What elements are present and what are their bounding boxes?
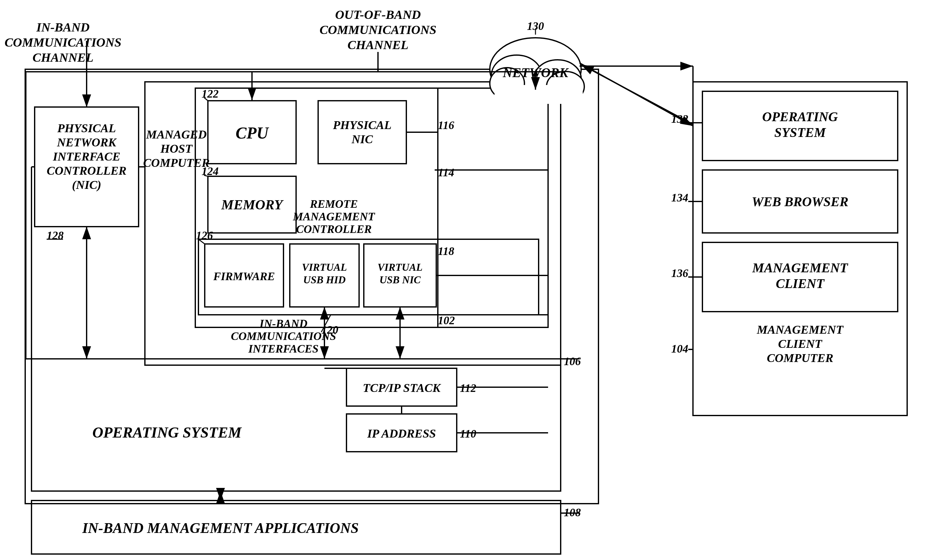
svg-text:TCP/IP STACK: TCP/IP STACK xyxy=(363,381,441,395)
svg-text:NIC: NIC xyxy=(351,132,373,146)
svg-text:IN-BAND MANAGEMENT APPLICATION: IN-BAND MANAGEMENT APPLICATIONS xyxy=(82,520,359,536)
svg-text:CHANNEL: CHANNEL xyxy=(347,38,408,52)
svg-text:136: 136 xyxy=(671,267,688,279)
svg-text:USB NIC: USB NIC xyxy=(379,274,421,285)
svg-text:MANAGEMENT: MANAGEMENT xyxy=(752,261,849,275)
svg-text:USB HID: USB HID xyxy=(303,274,346,285)
svg-text:INTERFACE: INTERFACE xyxy=(53,150,120,163)
svg-text:OUT-OF-BAND: OUT-OF-BAND xyxy=(335,8,421,22)
svg-text:COMPUTER: COMPUTER xyxy=(767,351,833,364)
svg-text:HOST: HOST xyxy=(160,142,193,155)
svg-text:106: 106 xyxy=(564,355,581,368)
svg-text:116: 116 xyxy=(438,119,454,132)
diagram: PHYSICAL NETWORK INTERFACE CONTROLLER (N… xyxy=(0,0,927,560)
svg-text:CONTROLLER: CONTROLLER xyxy=(296,223,372,235)
svg-text:128: 128 xyxy=(47,229,64,242)
svg-text:COMMUNICATIONS: COMMUNICATIONS xyxy=(5,35,121,49)
svg-text:VIRTUAL: VIRTUAL xyxy=(302,262,347,273)
svg-text:OPERATING SYSTEM: OPERATING SYSTEM xyxy=(92,424,242,441)
svg-text:OPERATING: OPERATING xyxy=(762,109,838,124)
svg-text:MANAGEMENT: MANAGEMENT xyxy=(293,210,375,223)
svg-text:126: 126 xyxy=(196,229,213,242)
svg-text:112: 112 xyxy=(460,382,476,395)
svg-text:CLIENT: CLIENT xyxy=(776,276,825,291)
svg-text:SYSTEM: SYSTEM xyxy=(774,125,826,140)
svg-text:PHYSICAL: PHYSICAL xyxy=(57,121,116,135)
svg-text:REMOTE: REMOTE xyxy=(310,198,358,210)
svg-text:IN-BAND: IN-BAND xyxy=(36,20,90,34)
svg-text:(NIC): (NIC) xyxy=(72,178,102,192)
svg-text:VIRTUAL: VIRTUAL xyxy=(377,262,422,273)
svg-text:COMMUNICATIONS: COMMUNICATIONS xyxy=(231,330,336,343)
svg-text:NETWORK: NETWORK xyxy=(57,136,117,149)
svg-text:CHANNEL: CHANNEL xyxy=(32,50,93,65)
svg-text:COMMUNICATIONS: COMMUNICATIONS xyxy=(319,23,436,37)
svg-text:MANAGEMENT: MANAGEMENT xyxy=(757,323,844,336)
svg-text:MEMORY: MEMORY xyxy=(221,197,284,212)
svg-text:CONTROLLER: CONTROLLER xyxy=(47,164,126,177)
svg-rect-63 xyxy=(494,85,583,104)
svg-text:CLIENT: CLIENT xyxy=(778,337,822,351)
svg-text:134: 134 xyxy=(671,191,688,204)
svg-text:COMPUTER: COMPUTER xyxy=(143,156,210,169)
svg-text:118: 118 xyxy=(438,245,454,258)
svg-text:IP ADDRESS: IP ADDRESS xyxy=(367,427,436,440)
svg-text:102: 102 xyxy=(438,314,455,327)
svg-text:IN-BAND: IN-BAND xyxy=(259,317,307,330)
svg-text:MANAGED: MANAGED xyxy=(146,128,207,141)
svg-text:FIRMWARE: FIRMWARE xyxy=(213,270,275,283)
svg-text:INTERFACES: INTERFACES xyxy=(248,343,319,355)
svg-text:110: 110 xyxy=(460,428,476,440)
svg-text:114: 114 xyxy=(438,166,454,179)
svg-text:CPU: CPU xyxy=(236,124,269,142)
svg-rect-23 xyxy=(318,101,406,164)
svg-text:PHYSICAL: PHYSICAL xyxy=(333,118,392,132)
svg-text:WEB BROWSER: WEB BROWSER xyxy=(752,194,849,209)
svg-text:104: 104 xyxy=(671,343,688,355)
